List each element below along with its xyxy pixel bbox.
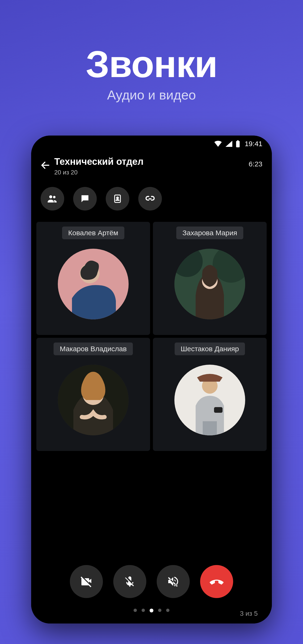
svg-rect-1 (237, 140, 239, 142)
pager: 3 из 5 (31, 605, 272, 624)
hero-title: Звонки (86, 42, 217, 86)
avatar (174, 249, 245, 320)
participant-tile[interactable]: Шестаков Данияр (153, 338, 267, 451)
chat-button[interactable] (73, 187, 97, 210)
svg-point-5 (117, 197, 118, 199)
participant-name: Ковалев Артём (62, 226, 124, 239)
signal-icon (225, 141, 232, 147)
participant-name: Макаров Владислав (54, 342, 133, 355)
pager-dots[interactable] (134, 609, 169, 612)
svg-rect-0 (236, 141, 239, 147)
end-call-button[interactable] (200, 565, 233, 598)
status-time: 19:41 (245, 140, 262, 148)
svg-point-2 (49, 196, 52, 198)
wifi-icon (214, 141, 222, 147)
participant-count: 20 из 20 (54, 169, 249, 176)
pager-dot[interactable] (166, 609, 169, 612)
battery-icon (236, 140, 240, 147)
participant-tile[interactable]: Захарова Мария (153, 222, 267, 335)
camera-off-button[interactable] (70, 565, 103, 598)
pager-dot-active[interactable] (150, 609, 153, 612)
hero-subtitle: Аудио и видео (86, 87, 217, 102)
call-duration: 6:23 (249, 160, 262, 168)
svg-rect-16 (214, 407, 222, 413)
pager-dot[interactable] (134, 609, 137, 612)
pager-dot[interactable] (158, 609, 161, 612)
call-header: Технический отдел 20 из 20 6:23 (31, 152, 272, 178)
contact-card-button[interactable] (106, 187, 129, 210)
promo-hero: Звонки Аудио и видео (86, 42, 217, 102)
speaker-off-button[interactable] (157, 565, 190, 598)
participant-name: Шестаков Данияр (175, 342, 245, 355)
participant-name: Захарова Мария (176, 226, 243, 239)
back-button[interactable] (38, 158, 53, 173)
call-controls (31, 556, 272, 605)
participant-tile[interactable]: Макаров Владислав (36, 338, 150, 451)
avatar (58, 365, 129, 436)
participants-button[interactable] (41, 187, 64, 210)
pager-label: 3 из 5 (240, 610, 258, 617)
screen: 19:41 Технический отдел 20 из 20 6:23 (31, 136, 272, 624)
mic-off-button[interactable] (113, 565, 146, 598)
avatar (174, 365, 245, 436)
phone-frame: 19:41 Технический отдел 20 из 20 6:23 (31, 136, 272, 624)
avatar (58, 249, 129, 320)
link-button[interactable] (138, 187, 162, 210)
status-bar: 19:41 (31, 136, 272, 152)
svg-point-3 (53, 196, 56, 198)
pager-dot[interactable] (142, 609, 145, 612)
participant-tile[interactable]: Ковалев Артём (36, 222, 150, 335)
action-row (31, 178, 272, 215)
call-title: Технический отдел (54, 156, 249, 167)
participant-grid: Ковалев Артём Захарова Мария Макаров Вла… (36, 222, 267, 556)
